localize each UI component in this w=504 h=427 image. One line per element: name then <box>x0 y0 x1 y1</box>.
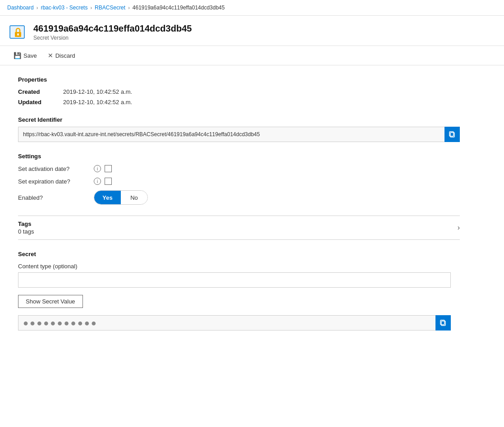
settings-section: Settings Set activation date? i Set expi… <box>18 153 460 205</box>
expiration-info-icon: i <box>94 178 101 185</box>
enabled-label: Enabled? <box>18 194 90 201</box>
activation-checkbox[interactable] <box>105 165 112 172</box>
activation-label: Set activation date? <box>18 165 90 172</box>
secret-section: Secret Content type (optional) Show Secr… <box>18 251 460 331</box>
created-label: Created <box>18 88 63 95</box>
toggle-no-option[interactable]: No <box>121 191 147 204</box>
properties-section: Properties Created 2019-12-10, 10:42:52 … <box>18 76 460 106</box>
activation-info-icon: i <box>94 165 101 172</box>
page-title: 461919a6a94c4c119effa014dcd3db45 <box>33 23 192 34</box>
identifier-row <box>18 127 460 142</box>
page-subtitle: Secret Version <box>33 35 192 41</box>
updated-value: 2019-12-10, 10:42:52 a.m. <box>63 99 132 106</box>
identifier-label: Secret Identifier <box>18 116 460 123</box>
created-row: Created 2019-12-10, 10:42:52 a.m. <box>18 88 460 95</box>
tags-title: Tags <box>18 220 34 227</box>
enabled-toggle[interactable]: Yes No <box>94 190 148 205</box>
copy-secret-button[interactable] <box>435 315 451 331</box>
breadcrumb-rbac-secret[interactable]: RBACSecret <box>95 5 125 11</box>
copy-secret-icon <box>440 319 447 326</box>
breadcrumb-sep-2: › <box>90 5 92 10</box>
tags-section[interactable]: Tags 0 tags › <box>18 216 460 240</box>
page-header: 461919a6a94c4c119effa014dcd3db45 Secret … <box>0 16 504 46</box>
copy-icon <box>449 131 456 138</box>
copy-identifier-button[interactable] <box>444 127 460 142</box>
breadcrumb-dashboard[interactable]: Dashboard <box>7 5 34 11</box>
expiration-checkbox[interactable] <box>105 178 112 185</box>
identifier-input[interactable] <box>18 127 444 142</box>
updated-label: Updated <box>18 99 63 106</box>
save-label: Save <box>23 52 37 59</box>
tags-left: Tags 0 tags <box>18 220 34 235</box>
tags-count: 0 tags <box>18 228 34 235</box>
show-secret-button[interactable]: Show Secret Value <box>18 295 83 308</box>
discard-label: Discard <box>55 52 75 59</box>
breadcrumb-current: 461919a6a94c4c119effa014dcd3db45 <box>133 5 225 11</box>
toolbar: 💾 Save ✕ Discard <box>0 46 504 65</box>
created-value: 2019-12-10, 10:42:52 a.m. <box>63 88 132 95</box>
save-button[interactable]: 💾 Save <box>9 50 41 61</box>
discard-button[interactable]: ✕ Discard <box>43 50 80 61</box>
enabled-row: Enabled? Yes No <box>18 190 460 205</box>
save-icon: 💾 <box>14 52 21 59</box>
activation-row: Set activation date? i <box>18 165 460 172</box>
svg-rect-3 <box>18 34 18 36</box>
secret-value-row: ●●●●●●●●●●● <box>18 315 451 331</box>
updated-row: Updated 2019-12-10, 10:42:52 a.m. <box>18 99 460 106</box>
secret-dots: ●●●●●●●●●●● <box>18 315 435 331</box>
content-type-input[interactable] <box>18 272 451 288</box>
secret-version-icon <box>9 23 27 41</box>
expiration-label: Set expiration date? <box>18 178 90 185</box>
tags-chevron-icon: › <box>458 224 460 232</box>
settings-heading: Settings <box>18 153 460 160</box>
toggle-yes-option[interactable]: Yes <box>94 191 121 204</box>
identifier-section: Secret Identifier <box>18 116 460 142</box>
breadcrumb-sep-3: › <box>128 5 130 10</box>
breadcrumb: Dashboard › rbac-kv03 - Secrets › RBACSe… <box>0 0 504 16</box>
discard-icon: ✕ <box>48 52 53 59</box>
content-type-label: Content type (optional) <box>18 263 460 270</box>
page-title-group: 461919a6a94c4c119effa014dcd3db45 Secret … <box>33 23 192 41</box>
breadcrumb-secrets[interactable]: rbac-kv03 - Secrets <box>41 5 87 11</box>
properties-heading: Properties <box>18 76 460 83</box>
main-content: Properties Created 2019-12-10, 10:42:52 … <box>0 65 478 349</box>
breadcrumb-sep-1: › <box>37 5 38 10</box>
expiration-row: Set expiration date? i <box>18 178 460 185</box>
secret-heading: Secret <box>18 251 460 257</box>
